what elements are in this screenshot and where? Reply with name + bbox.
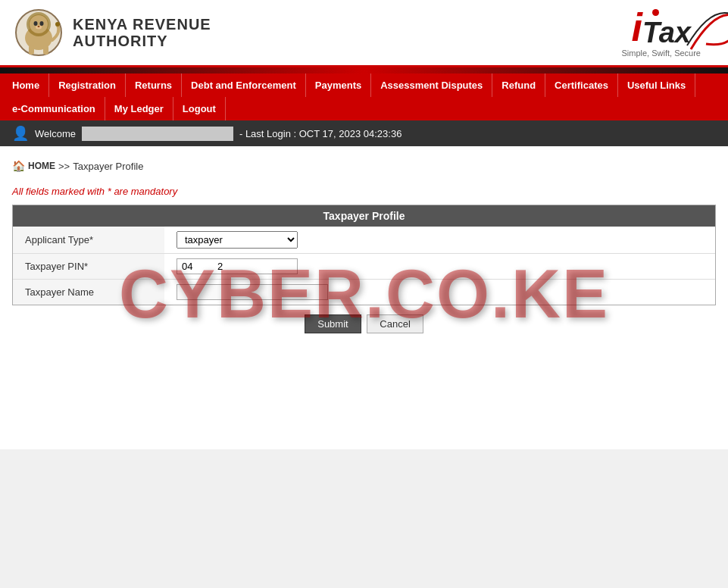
form-buttons: Submit Cancel xyxy=(12,305,716,342)
form-row-taxpayer-name: Taxpayer Name xyxy=(13,280,715,305)
welcome-label: Welcome xyxy=(35,128,76,139)
applicant-type-label: Applicant Type* xyxy=(13,227,164,254)
itax-dot-icon xyxy=(652,9,659,16)
applicant-type-select[interactable]: taxpayer agent other xyxy=(177,231,298,249)
last-login-text: - Last Login : OCT 17, 2023 04:23:36 xyxy=(239,128,401,139)
mandatory-note: All fields marked with * are mandatory xyxy=(12,186,716,197)
nav-my-ledger[interactable]: My Ledger xyxy=(105,97,173,120)
taxpayer-pin-label: Taxpayer PIN* xyxy=(13,254,164,280)
breadcrumb-current: Taxpayer Profile xyxy=(73,161,143,172)
svg-point-5 xyxy=(34,21,38,26)
nav-debt-enforcement[interactable]: Debt and Enforcement xyxy=(182,74,306,97)
itax-logo: i Tax Simple, Swift, Secure xyxy=(621,8,701,58)
itax-swirl-icon xyxy=(683,8,728,53)
svg-rect-9 xyxy=(29,45,34,55)
kra-name: Kenya Revenue Authority xyxy=(73,16,211,49)
nav-refund[interactable]: Refund xyxy=(492,74,545,97)
taxpayer-profile-form: Taxpayer Profile Applicant Type* taxpaye… xyxy=(12,205,716,305)
nav-bar-row2: e-Communication My Ledger Logout xyxy=(0,97,728,120)
form-row-taxpayer-pin: Taxpayer PIN* xyxy=(13,254,715,280)
form-table: Applicant Type* taxpayer agent other Tax… xyxy=(13,227,715,305)
nav-payments[interactable]: Payments xyxy=(306,74,371,97)
submit-button[interactable]: Submit xyxy=(305,314,361,333)
cancel-button[interactable]: Cancel xyxy=(367,314,423,333)
nav-ecommunication[interactable]: e-Communication xyxy=(3,97,105,120)
header: Kenya Revenue Authority i Tax Simple, Sw… xyxy=(0,0,728,67)
breadcrumb-separator: >> xyxy=(58,161,70,172)
user-icon: 👤 xyxy=(12,125,29,142)
form-title: Taxpayer Profile xyxy=(13,205,715,227)
nav-useful-links[interactable]: Useful Links xyxy=(618,74,695,97)
taxpayer-name-input[interactable] xyxy=(177,284,328,300)
nav-certificates[interactable]: Certificates xyxy=(545,74,618,97)
kra-logo: Kenya Revenue Authority xyxy=(12,6,211,59)
nav-assessment-disputes[interactable]: Assessment Disputes xyxy=(371,74,492,97)
welcome-username-input[interactable] xyxy=(82,127,233,141)
svg-point-8 xyxy=(38,26,40,27)
nav-logout[interactable]: Logout xyxy=(173,97,226,120)
home-icon: 🏠 xyxy=(12,160,25,172)
content-area: 🏠 Home >> Taxpayer Profile All fields ma… xyxy=(0,146,728,449)
nav-returns[interactable]: Returns xyxy=(126,74,182,97)
breadcrumb-home: Home xyxy=(28,161,55,171)
breadcrumb: 🏠 Home >> Taxpayer Profile xyxy=(12,154,716,178)
svg-rect-10 xyxy=(43,45,48,55)
red-stripe xyxy=(0,67,728,74)
welcome-bar: 👤 Welcome - Last Login : OCT 17, 2023 04… xyxy=(0,120,728,146)
svg-point-6 xyxy=(40,21,44,26)
nav-home[interactable]: Home xyxy=(3,74,49,97)
form-row-applicant-type: Applicant Type* taxpayer agent other xyxy=(13,227,715,254)
taxpayer-name-label: Taxpayer Name xyxy=(13,280,164,305)
kra-lion-icon xyxy=(12,6,65,59)
nav-registration[interactable]: Registration xyxy=(49,74,126,97)
nav-bar-row1: Home Registration Returns Debt and Enfor… xyxy=(0,74,728,97)
taxpayer-pin-input[interactable] xyxy=(177,258,298,274)
svg-point-4 xyxy=(30,15,48,33)
svg-point-11 xyxy=(55,22,60,27)
